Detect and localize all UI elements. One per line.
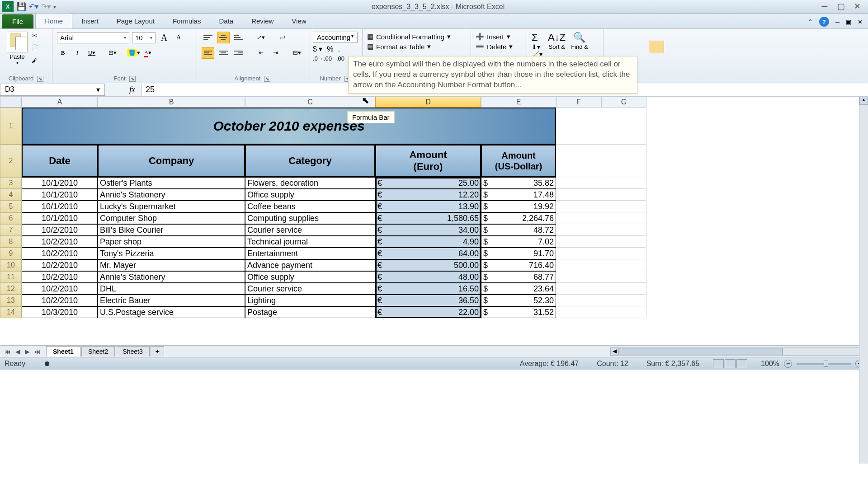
fill-color-button[interactable]: 🪣▾ [127, 47, 139, 59]
doc-minimize-icon[interactable]: ─ [835, 19, 840, 25]
select-all-corner[interactable] [0, 97, 22, 108]
font-size-dropdown[interactable]: 10▾ [132, 32, 156, 43]
sheet-tab-2[interactable]: Sheet2 [81, 346, 115, 357]
minimize-ribbon-icon[interactable]: ⌃ [807, 18, 813, 25]
col-header-a[interactable]: A [22, 97, 98, 108]
sheet-nav-first-icon[interactable]: ⏮ [3, 348, 13, 355]
cell-category[interactable]: Coffee beans [245, 201, 375, 212]
insert-button[interactable]: ➕Insert ▾ [476, 32, 522, 42]
cell-company[interactable]: Annie's Stationery [98, 271, 245, 283]
col-header-f[interactable]: F [556, 97, 601, 108]
align-bottom-icon[interactable] [232, 32, 245, 43]
row-header-3[interactable]: 3 [0, 177, 22, 189]
row-header-7[interactable]: 7 [0, 224, 22, 236]
row-header-8[interactable]: 8 [0, 236, 22, 248]
header-euro[interactable]: Amount (Euro) [375, 145, 481, 177]
col-header-b[interactable]: B [98, 97, 245, 108]
wrap-text-icon[interactable]: ⮐ [277, 32, 288, 43]
col-header-g[interactable]: G [601, 97, 646, 108]
hscroll-thumb[interactable] [619, 348, 783, 355]
tab-file[interactable]: File [2, 14, 33, 28]
decrease-indent-icon[interactable]: ⇤ [255, 47, 267, 59]
cell-date[interactable]: 10/1/2010 [22, 189, 98, 201]
font-dialog-icon[interactable]: ⬊ [129, 76, 136, 82]
merge-center-icon[interactable]: ⊟▾ [291, 47, 303, 59]
close-icon[interactable]: ✕ [853, 3, 862, 10]
clipboard-dialog-icon[interactable]: ⬊ [37, 76, 43, 82]
row-header-4[interactable]: 4 [0, 189, 22, 201]
cell-usd[interactable]: $17.48 [481, 189, 556, 201]
cell-category[interactable]: Flowers, decoration [245, 177, 375, 189]
doc-restore-icon[interactable]: ▣ [846, 19, 851, 25]
help-icon[interactable]: ? [819, 17, 829, 27]
cell-usd[interactable]: $35.82 [481, 177, 556, 189]
header-category[interactable]: Category [245, 145, 375, 177]
row-header-9[interactable]: 9 [0, 248, 22, 259]
italic-button[interactable]: I [71, 47, 83, 59]
cell-date[interactable]: 10/1/2010 [22, 177, 98, 189]
cell-date[interactable]: 10/1/2010 [22, 212, 98, 224]
page-break-view-icon[interactable] [736, 359, 747, 368]
align-middle-icon[interactable] [217, 32, 230, 43]
header-usd[interactable]: Amount (US-Dollar) [481, 145, 556, 177]
sheet-nav-last-icon[interactable]: ⏭ [33, 348, 42, 355]
orientation-icon[interactable]: ⤢▾ [255, 32, 267, 43]
paste-button[interactable]: Paste ▾ [5, 32, 30, 67]
hscroll-left-icon[interactable]: ◀ [610, 347, 618, 356]
cell-category[interactable]: Postage [245, 306, 375, 318]
cell-usd[interactable]: $68.77 [481, 271, 556, 283]
border-button[interactable]: ⊞▾ [107, 47, 118, 59]
cell-category[interactable]: Technical journal [245, 236, 375, 248]
increase-decimal-icon[interactable]: .0→.00 [313, 55, 332, 62]
zoom-level[interactable]: 100% [761, 360, 779, 368]
vertical-scrollbar[interactable]: ▲ [859, 97, 868, 464]
cell-usd[interactable]: $91.70 [481, 248, 556, 259]
alignment-dialog-icon[interactable]: ⬊ [264, 76, 270, 82]
cell-euro[interactable]: €36.50 [375, 295, 481, 306]
normal-view-icon[interactable] [713, 359, 724, 368]
row-header-5[interactable]: 5 [0, 201, 22, 212]
cell-company[interactable]: Tony's Pizzeria [98, 248, 245, 259]
cell-company[interactable]: Lucky's Supermarket [98, 201, 245, 212]
cell-usd[interactable]: $2,264.76 [481, 212, 556, 224]
cell-category[interactable]: Entertainment [245, 248, 375, 259]
name-box[interactable]: D3▾ [0, 84, 105, 96]
cell-usd[interactable]: $31.52 [481, 306, 556, 318]
cell-company[interactable]: U.S.Postage service [98, 306, 245, 318]
cut-icon[interactable] [32, 32, 42, 42]
page-layout-view-icon[interactable] [725, 359, 736, 368]
sheet-nav-next-icon[interactable]: ▶ [23, 348, 32, 355]
maximize-icon[interactable]: ▢ [836, 3, 845, 10]
cell-category[interactable]: Courier service [245, 283, 375, 295]
header-company[interactable]: Company [98, 145, 245, 177]
shrink-font-icon[interactable]: A [173, 32, 184, 43]
tab-view[interactable]: View [283, 14, 315, 28]
row-header-12[interactable]: 12 [0, 283, 22, 295]
cell-date[interactable]: 10/1/2010 [22, 201, 98, 212]
tab-data[interactable]: Data [210, 14, 242, 28]
cell-company[interactable]: Mr. Mayer [98, 259, 245, 271]
sheet-tab-1[interactable]: Sheet1 [46, 346, 80, 357]
vscroll-up-icon[interactable]: ▲ [859, 97, 868, 105]
align-left-icon[interactable] [202, 47, 214, 59]
row-header-13[interactable]: 13 [0, 295, 22, 306]
copy-icon[interactable] [32, 44, 42, 54]
tab-formulas[interactable]: Formulas [164, 14, 210, 28]
autosum-button[interactable]: Σ [532, 32, 542, 43]
cell-company[interactable]: Electric Bauer [98, 295, 245, 306]
tab-home[interactable]: Home [35, 13, 72, 28]
col-header-d[interactable]: D [375, 97, 481, 108]
cell-date[interactable]: 10/2/2010 [22, 271, 98, 283]
cell-euro[interactable]: €4.90 [375, 236, 481, 248]
row-header-10[interactable]: 10 [0, 259, 22, 271]
row-header-14[interactable]: 14 [0, 306, 22, 318]
cell-usd[interactable]: $7.02 [481, 236, 556, 248]
cell-company[interactable]: DHL [98, 283, 245, 295]
sheet-tab-3[interactable]: Sheet3 [116, 346, 149, 357]
sheet-title-cell[interactable]: October 2010 expenses [22, 108, 556, 145]
accounting-format-button[interactable]: $ ▾ [313, 45, 322, 53]
doc-close-icon[interactable]: ✕ [858, 19, 863, 25]
redo-icon[interactable]: ↷▾ [41, 2, 51, 11]
tab-review[interactable]: Review [242, 14, 283, 28]
cell-company[interactable]: Ostler's Plants [98, 177, 245, 189]
